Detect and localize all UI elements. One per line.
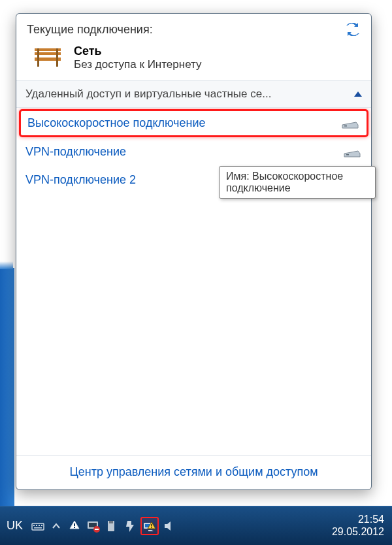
chevron-up-tray-icon[interactable] [49,519,63,533]
connection-list: Высокоскоростное подключение VPN-подключ… [16,108,371,455]
svg-rect-6 [346,154,349,156]
refresh-button[interactable] [345,23,361,36]
current-network-block: Сеть Без доступа к Интернету [16,41,371,80]
tooltip: Имя: Высокоскоростное подключение [219,166,376,199]
svg-rect-28 [151,527,152,528]
connection-item-highspeed[interactable]: Высокоскоростное подключение [19,109,368,137]
network-flyout: Текущие подключения: Сеть [16,13,372,490]
network-status: Без доступа к Интернету [74,58,202,71]
svg-rect-18 [74,527,75,528]
svg-rect-14 [36,525,37,526]
refresh-icon [345,23,361,36]
network-name: Сеть [74,44,202,58]
chevron-up-icon [354,91,362,97]
svg-rect-22 [95,529,99,530]
clock-date: 29.05.2012 [332,526,384,538]
connection-item-vpn[interactable]: VPN-подключение [16,139,371,165]
clock[interactable]: 21:54 29.05.2012 [332,514,388,538]
svg-rect-4 [56,48,58,67]
background-edge-top [0,261,13,269]
volume-icon[interactable] [163,519,177,533]
connection-label: Высокоскоростное подключение [27,116,333,130]
background-edge [0,268,14,506]
park-bench-icon [32,44,63,68]
svg-rect-16 [41,525,42,526]
modem-icon [342,146,362,159]
connection-label: VPN-подключение [25,145,335,159]
power-icon[interactable] [122,519,137,533]
modem-icon [340,117,360,130]
keyboard-icon[interactable] [31,519,45,533]
clock-time: 21:54 [332,514,384,525]
network-tray-icon[interactable] [140,517,159,535]
network-center-link-row: Центр управления сетями и общим доступом [16,455,371,489]
section-label: Удаленный доступ и виртуальные частные с… [25,88,348,101]
svg-rect-13 [33,525,35,526]
svg-rect-15 [39,525,40,526]
system-tray [31,517,177,535]
action-center-icon[interactable] [67,519,82,533]
svg-rect-27 [151,524,152,527]
svg-rect-24 [109,521,113,523]
svg-rect-11 [32,523,44,530]
popup-title: Текущие подключения: [27,23,153,37]
svg-rect-5 [344,125,347,127]
language-indicator[interactable]: UK [7,519,23,533]
security-icon[interactable] [86,519,100,533]
removable-device-icon[interactable] [104,519,118,533]
section-remote-access[interactable]: Удаленный доступ и виртуальные частные с… [16,80,371,108]
svg-rect-17 [74,523,75,526]
taskbar: UK [0,506,392,545]
network-center-link[interactable]: Центр управления сетями и общим доступом [69,465,318,478]
svg-rect-3 [37,48,39,67]
svg-rect-12 [34,527,42,529]
